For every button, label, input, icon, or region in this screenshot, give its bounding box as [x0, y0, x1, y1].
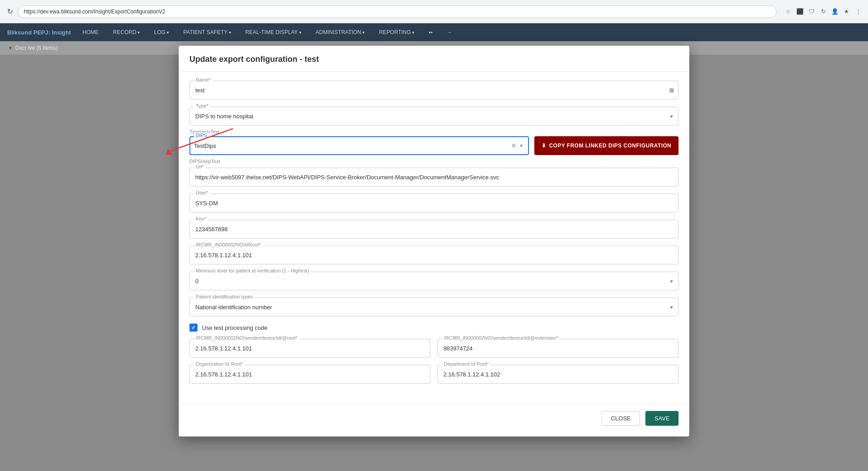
modal-title: Update export configuration - test: [179, 46, 689, 72]
sender-fields-row: /RCMR_IN000002NO/sender/device/id/@root*…: [189, 339, 679, 365]
user-label: User*: [194, 190, 210, 195]
use-test-code-checkbox[interactable]: [189, 324, 198, 332]
patient-id-field: Patient identification types National id…: [189, 298, 679, 316]
dips-label: DIPS: [194, 133, 209, 138]
nav-home[interactable]: HOME: [80, 27, 101, 37]
nav-icon2[interactable]: →: [444, 27, 455, 37]
type-label: Type*: [194, 103, 210, 108]
nav-administration[interactable]: ADMINISTRATION: [313, 27, 368, 37]
profile-icon[interactable]: 👤: [830, 7, 839, 16]
sender-extension-field: /RCMR_IN000002NO/sender/device/id/@exten…: [438, 339, 679, 358]
use-test-code-label: Use test processing code: [202, 324, 267, 331]
rcmr-root-label: /RCMR_IN000002NO/idRoot*: [194, 242, 263, 247]
dept-id-root-label: Department Id Root*: [442, 361, 490, 367]
nav-icon1[interactable]: ▪▪: [426, 27, 435, 37]
rcmr-root-input[interactable]: [189, 246, 679, 264]
user-field: User*: [189, 194, 679, 212]
shield-icon[interactable]: 🛡: [807, 7, 816, 16]
use-test-code-row: Use test processing code: [189, 324, 679, 332]
nav-reporting[interactable]: REPORTING: [376, 27, 417, 37]
url-text: https://dev.ewa.bliksund.com/Insight/Exp…: [24, 9, 165, 15]
sender-root-field: /RCMR_IN000002NO/sender/device/id/@root*: [189, 339, 430, 358]
bookmark-icon[interactable]: ★: [842, 7, 851, 16]
nav-patient-safety[interactable]: PATIENT SAFETY: [180, 27, 233, 37]
dips-dropdown-arrow[interactable]: ▾: [518, 143, 524, 149]
modal-footer: CLOSE SAVE: [179, 403, 689, 436]
copy-btn-icon: ⬇: [541, 143, 546, 149]
sender-extension-input[interactable]: [438, 339, 679, 358]
name-field-icon: ▦: [669, 87, 674, 93]
url-input[interactable]: [189, 168, 679, 186]
nav-brand: Bliksund PEPJ: Insight: [7, 29, 71, 36]
org-id-root-input[interactable]: [189, 365, 430, 384]
name-field: Name* ▦: [189, 81, 679, 99]
browser-icons: ☆ ⬛ 🛡 ↻ 👤 ★ ⋮: [784, 7, 863, 16]
modal-dialog: Update export configuration - test Name*…: [179, 46, 689, 436]
modal-body: Name* ▦ Type* DIPS to home hospital: [179, 72, 689, 400]
url-field: Url*: [189, 168, 679, 186]
key-label: Key*: [194, 216, 208, 221]
type-field: Type* DIPS to home hospital: [189, 107, 679, 125]
dept-id-root-field: Department Id Root*: [438, 365, 679, 384]
copy-from-linked-button[interactable]: ⬇ COPY FROM LINKED DIPS CONFIGURATION: [534, 136, 679, 155]
name-label: Name*: [194, 77, 213, 82]
min-level-field: Minimum level for patient id verificatio…: [189, 272, 679, 290]
patient-id-label: Patient identification types: [194, 294, 255, 299]
url-label: Url*: [194, 164, 206, 169]
nav-record[interactable]: RECORD: [110, 27, 142, 37]
address-bar[interactable]: https://dev.ewa.bliksund.com/Insight/Exp…: [18, 5, 777, 18]
type-select[interactable]: DIPS to home hospital: [189, 107, 679, 125]
page-background: ▾ Docr ive (6 Items) Update export confi…: [0, 41, 868, 471]
min-level-select[interactable]: 0 1 2 3: [189, 272, 679, 290]
rcmr-root-field: /RCMR_IN000002NO/idRoot*: [189, 246, 679, 264]
extension-icon[interactable]: ⬛: [795, 7, 804, 16]
org-id-root-label: Organization Id Root*: [194, 361, 245, 367]
nav-bar: Bliksund PEPJ: Insight HOME RECORD LOG P…: [0, 23, 868, 41]
dips-autocomplete-field: DIPS ✕ ▾: [189, 136, 529, 155]
sender-root-label: /RCMR_IN000002NO/sender/device/id/@root*: [194, 335, 299, 341]
type-helptext-label: TypeHelpText: [189, 129, 679, 134]
user-input[interactable]: [189, 194, 679, 212]
min-level-label: Minimum level for patient id verificatio…: [194, 268, 311, 273]
modal-overlay: Update export configuration - test Name*…: [0, 41, 868, 471]
key-field: Key*: [189, 220, 679, 238]
browser-chrome: ↻ https://dev.ewa.bliksund.com/Insight/E…: [0, 0, 868, 23]
save-button[interactable]: SAVE: [645, 411, 679, 426]
org-id-root-field: Organization Id Root*: [189, 365, 430, 384]
key-input[interactable]: [189, 220, 679, 238]
nav-realtime[interactable]: REAL-TIME DISPLAY: [243, 27, 304, 37]
name-input[interactable]: [189, 81, 679, 99]
nav-log[interactable]: LOG: [151, 27, 172, 37]
dips-input[interactable]: [194, 143, 509, 149]
reload-icon[interactable]: ↻: [5, 7, 14, 16]
copy-btn-label: COPY FROM LINKED DIPS CONFIGURATION: [549, 143, 671, 149]
dept-id-root-input[interactable]: [438, 365, 679, 384]
dips-field-container: DIPS ✕ ▾ ⬇ COPY FROM LINKED DIPS CONFIGU…: [189, 136, 679, 155]
star-icon[interactable]: ☆: [784, 7, 793, 16]
more-icon[interactable]: ⋮: [854, 7, 863, 16]
dips-clear-button[interactable]: ✕: [509, 142, 518, 149]
dips-helptext-label: DIPSHelpText: [189, 159, 679, 164]
patient-id-select[interactable]: National identification number: [189, 298, 679, 316]
close-button[interactable]: CLOSE: [602, 411, 640, 426]
sender-root-input[interactable]: [189, 339, 430, 358]
sender-extension-label: /RCMR_IN000002NO/sender/device/id/@exten…: [442, 335, 560, 341]
org-dept-fields-row: Organization Id Root* Department Id Root…: [189, 365, 679, 391]
update-icon[interactable]: ↻: [819, 7, 828, 16]
dips-input-wrapper: ✕ ▾: [189, 136, 529, 155]
